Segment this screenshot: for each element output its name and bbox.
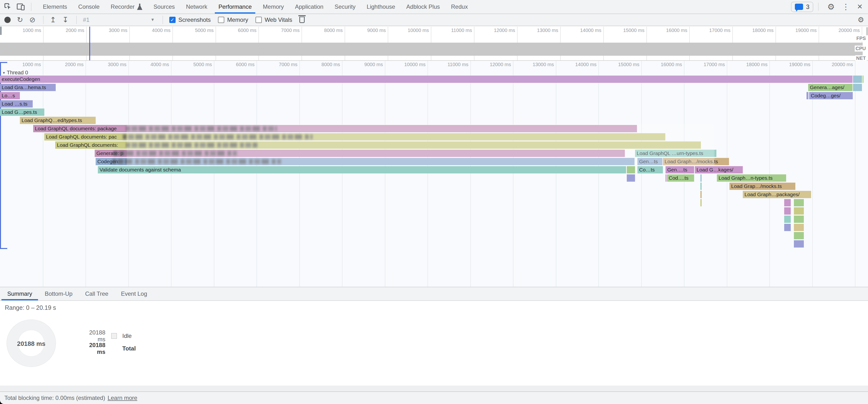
flame-bar[interactable] (701, 191, 702, 198)
drawer-tab-event-log[interactable]: Event Log (115, 287, 153, 300)
flame-bar[interactable] (701, 175, 702, 182)
tab-performance[interactable]: Performance (213, 0, 257, 13)
flame-bar-codeg-ges[interactable]: Codeg…ges/ (809, 92, 853, 99)
issues-chat-icon (795, 4, 803, 10)
flame-bar[interactable] (701, 183, 702, 190)
drawer-tab-call-tree[interactable]: Call Tree (79, 287, 115, 300)
flame-bar[interactable] (627, 175, 635, 182)
thread-header[interactable]: ▾ Thread 0 (3, 69, 28, 76)
device-toolbar-icon[interactable] (17, 3, 25, 11)
flame-bar[interactable] (794, 232, 804, 239)
issues-badge[interactable]: 3 (791, 2, 813, 12)
tab-application[interactable]: Application (289, 0, 329, 13)
flame-bar-load-gra-hema-ts[interactable]: Load Gra…hema.ts (0, 84, 56, 91)
vertical-scrollbar-thumb[interactable] (866, 27, 868, 35)
delete-recording-button[interactable] (299, 17, 305, 23)
flame-bar-load-g-kages[interactable]: Load G…kages/ (695, 166, 743, 174)
checkbox-memory[interactable]: Memory (218, 17, 248, 23)
flame-tick-label: 17000 ms (684, 62, 725, 67)
tab-redux[interactable]: Redux (445, 0, 473, 13)
reload-and-record-button[interactable]: ↻ (17, 16, 23, 24)
flame-bar[interactable] (862, 75, 864, 83)
flame-bar[interactable] (701, 199, 702, 206)
overview-tick-label: 18000 ms (733, 28, 774, 33)
tab-label: Recorder (111, 3, 135, 10)
tab-label: Adblock Plus (406, 3, 440, 10)
flame-bar-validate-documents-against-schema[interactable]: Validate documents against schema (98, 166, 626, 174)
flame-bar[interactable] (665, 175, 666, 182)
kebab-menu-icon[interactable]: ⋮ (842, 3, 850, 11)
flame-bar-load-graph-packages[interactable]: Load Graph…packages/ (743, 191, 811, 198)
flame-bar[interactable] (794, 207, 804, 215)
tab-network[interactable]: Network (180, 0, 213, 13)
record-button[interactable] (4, 17, 11, 23)
clear-recording-button[interactable]: ⊘ (29, 16, 35, 24)
checkbox-label: Screenshots (179, 17, 211, 23)
flame-bar[interactable] (794, 216, 804, 223)
flame-bar-lo-s[interactable]: Lo…s (0, 92, 20, 99)
flame-bar-cod-ts[interactable]: Cod….ts (667, 175, 694, 182)
overview-left-handle[interactable] (0, 27, 2, 35)
flame-tick-label: 13000 ms (513, 62, 554, 67)
inspect-element-icon[interactable] (4, 3, 12, 11)
flame-bar[interactable] (806, 92, 808, 99)
flame-bar[interactable] (784, 224, 791, 231)
flame-bar[interactable] (794, 240, 804, 248)
drawer-tab-summary[interactable]: Summary (1, 287, 38, 300)
flame-bar-gen-ts[interactable]: Gen….ts (665, 166, 694, 174)
close-devtools-icon[interactable]: ✕ (857, 3, 863, 10)
tab-elements[interactable]: Elements (37, 0, 73, 13)
flame-bar[interactable] (627, 166, 635, 174)
checkbox-web-vitals[interactable]: Web Vitals (255, 17, 292, 23)
flame-bar-load-g-pes-ts[interactable]: Load G…pes.ts (0, 108, 44, 116)
tab-recorder[interactable]: Recorder (105, 0, 148, 13)
flame-bar[interactable] (794, 199, 804, 206)
clear-icon: ⊘ (29, 16, 35, 24)
performance-toolbar: ↻ ⊘ ↥ ↧ #1 ▼ ✓ScreenshotsMemoryWeb Vital… (0, 14, 868, 26)
flame-bar-load-s-ts[interactable]: Load …s.ts (0, 100, 33, 107)
tab-security[interactable]: Security (329, 0, 361, 13)
flame-bar[interactable] (784, 216, 791, 223)
flame-gridline (513, 61, 514, 287)
timeline-overview[interactable]: 1000 ms2000 ms3000 ms4000 ms5000 ms6000 … (0, 27, 868, 61)
profile-select[interactable]: #1 ▼ (83, 17, 155, 23)
tab-lighthouse[interactable]: Lighthouse (361, 0, 401, 13)
overview-tick-label: 6000 ms (215, 28, 256, 33)
flame-gridline (214, 61, 214, 287)
capture-settings-gear-icon[interactable]: ⚙ (858, 16, 864, 24)
settings-gear-icon[interactable]: ⚙ (827, 3, 835, 11)
tab-adblock-plus[interactable]: Adblock Plus (401, 0, 445, 13)
overview-tick-label: 8000 ms (302, 28, 343, 33)
flame-chart[interactable]: 1000 ms2000 ms3000 ms4000 ms5000 ms6000 … (0, 61, 868, 287)
flame-bar[interactable] (784, 199, 791, 206)
overview-playhead[interactable] (89, 27, 90, 60)
flame-gridline (385, 61, 385, 287)
flame-bar[interactable] (784, 207, 791, 215)
flame-tick-label: 15000 ms (598, 62, 640, 67)
tab-sources[interactable]: Sources (148, 0, 180, 13)
tab-console[interactable]: Console (73, 0, 105, 13)
flame-bar[interactable] (853, 75, 862, 83)
drawer-tab-bottom-up[interactable]: Bottom-Up (38, 287, 79, 300)
legend-swatch-idle (111, 333, 117, 339)
save-profile-button[interactable]: ↧ (62, 16, 68, 24)
flame-bar[interactable] (853, 84, 862, 91)
flame-bar-executecodegen[interactable]: executeCodegen (0, 75, 852, 83)
flame-bar-load-graph-n-types-ts[interactable]: Load Graph…n-types.ts (717, 175, 786, 182)
overview-cpu-activity (0, 43, 863, 56)
tab-memory[interactable]: Memory (257, 0, 289, 13)
tab-label: Performance (218, 3, 252, 10)
flame-gridline (256, 61, 257, 287)
flame-bar-load-graphq-ed-types-ts[interactable]: Load GraphQ…ed/types.ts (20, 117, 96, 124)
flame-bar-co-ts[interactable]: Co…ts (638, 166, 663, 174)
flame-bar-genera-ages[interactable]: Genera…ages/ (808, 84, 852, 91)
lane-label-cpu: CPU (855, 45, 867, 52)
flame-bar-load-grap-mocks-ts[interactable]: Load Grap…/mocks.ts (730, 183, 795, 190)
summary-legend: 20188 msIdle20188 msTotal (81, 331, 136, 356)
flame-tick-label: 9000 ms (342, 62, 383, 67)
learn-more-link[interactable]: Learn more (107, 395, 137, 401)
checkbox-screenshots[interactable]: ✓Screenshots (169, 17, 211, 23)
load-profile-button[interactable]: ↥ (50, 16, 56, 24)
flame-bar-label: Load Graph…packages/ (743, 191, 811, 198)
flame-bar[interactable] (794, 224, 804, 231)
